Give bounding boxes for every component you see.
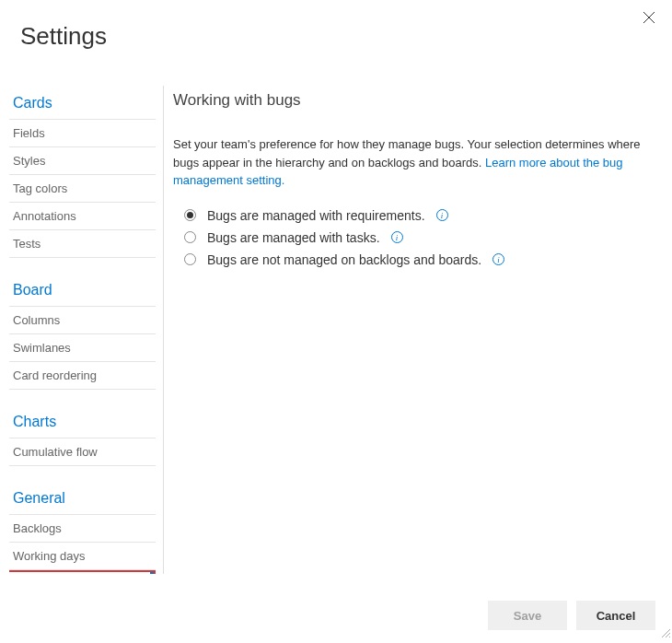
sidebar-group-title: Charts bbox=[9, 404, 156, 438]
radio-button[interactable] bbox=[184, 231, 196, 243]
sidebar-group-title: Board bbox=[9, 273, 156, 307]
panel-description: Set your team's preference for how they … bbox=[173, 135, 652, 190]
info-icon[interactable]: i bbox=[492, 253, 504, 265]
sidebar-item-backlogs[interactable]: Backlogs bbox=[9, 515, 156, 543]
bug-option-row: Bugs are not managed on backlogs and boa… bbox=[184, 249, 652, 271]
radio-label: Bugs are managed with tasks. bbox=[207, 230, 380, 245]
sidebar-item-working-days[interactable]: Working days bbox=[9, 543, 156, 570]
radio-button[interactable] bbox=[184, 209, 196, 221]
close-icon[interactable] bbox=[643, 11, 655, 27]
sidebar-item-tag-colors[interactable]: Tag colors bbox=[9, 175, 156, 203]
radio-label: Bugs are not managed on backlogs and boa… bbox=[207, 252, 481, 267]
cancel-button[interactable]: Cancel bbox=[576, 601, 655, 630]
settings-panel: Working with bugs Set your team's prefer… bbox=[173, 86, 672, 574]
svg-line-4 bbox=[669, 637, 670, 637]
sidebar-item-card-reordering[interactable]: Card reordering bbox=[9, 362, 156, 390]
radio-label: Bugs are managed with requirements. bbox=[207, 208, 425, 223]
info-icon[interactable]: i bbox=[391, 231, 403, 243]
sidebar-item-working-with-bugs[interactable]: Working with bugs bbox=[11, 572, 154, 574]
info-icon[interactable]: i bbox=[436, 209, 448, 221]
sidebar-item-fields[interactable]: Fields bbox=[9, 120, 156, 147]
save-button[interactable]: Save bbox=[488, 601, 567, 630]
sidebar-item-swimlanes[interactable]: Swimlanes bbox=[9, 334, 156, 362]
divider bbox=[163, 86, 164, 574]
resize-grip-icon[interactable] bbox=[660, 625, 671, 642]
page-title: Settings bbox=[0, 0, 672, 51]
bug-option-row: Bugs are managed with requirements.i bbox=[184, 205, 652, 227]
sidebar-item-columns[interactable]: Columns bbox=[9, 307, 156, 334]
settings-sidebar: CardsFieldsStylesTag colorsAnnotationsTe… bbox=[9, 86, 156, 574]
sidebar-item-highlight: Working with bugs bbox=[9, 570, 156, 574]
sidebar-item-tests[interactable]: Tests bbox=[9, 230, 156, 258]
sidebar-item-styles[interactable]: Styles bbox=[9, 147, 156, 175]
bug-option-row: Bugs are managed with tasks.i bbox=[184, 227, 652, 249]
sidebar-item-cumulative-flow[interactable]: Cumulative flow bbox=[9, 438, 156, 466]
sidebar-group-title: Cards bbox=[9, 86, 156, 120]
panel-heading: Working with bugs bbox=[173, 91, 652, 110]
sidebar-group-title: General bbox=[9, 481, 156, 515]
dialog-footer: Save Cancel bbox=[488, 601, 655, 630]
sidebar-item-annotations[interactable]: Annotations bbox=[9, 203, 156, 230]
radio-button[interactable] bbox=[184, 253, 196, 265]
svg-line-2 bbox=[662, 629, 670, 637]
